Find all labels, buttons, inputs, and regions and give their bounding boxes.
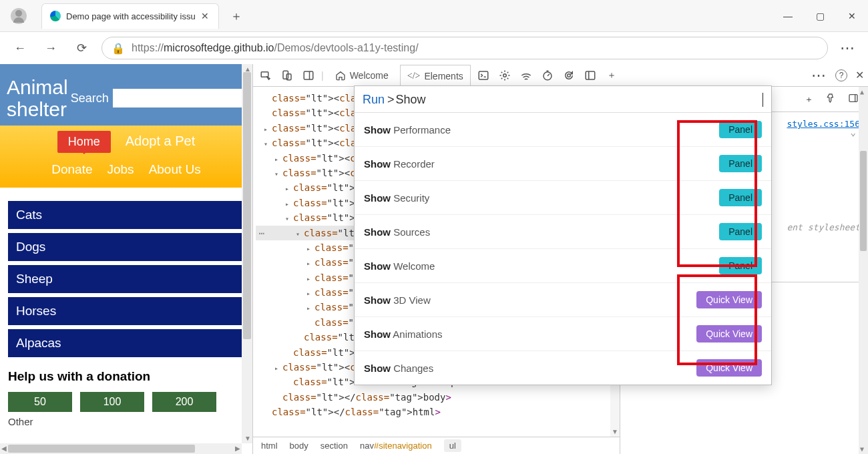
device-toggle-icon[interactable] (278, 67, 296, 84)
command-input[interactable] (396, 93, 763, 107)
command-run-label: Run (363, 93, 385, 107)
command-item[interactable]: Show PerformancePanel (355, 113, 771, 147)
back-button[interactable]: ← (9, 37, 31, 59)
maximize-button[interactable]: ▢ (804, 0, 836, 32)
command-badge: Quick View (696, 291, 762, 308)
forward-button[interactable]: → (40, 37, 61, 59)
dom-breadcrumbs[interactable]: html body section nav#sitenavigation ul (253, 437, 620, 454)
svg-rect-11 (849, 95, 857, 102)
donation-other[interactable]: Other (8, 416, 244, 427)
command-menu: Run > Show PerformancePanelShow Recorder… (354, 85, 772, 385)
console-icon[interactable] (475, 67, 492, 84)
nav-adopt[interactable]: Adopt a Pet (126, 131, 196, 153)
command-badge: Panel (719, 155, 762, 172)
svg-rect-5 (479, 71, 488, 79)
browser-toolbar: ← → ⟳ 🔒 https://microsoftedge.github.io/… (0, 32, 868, 64)
ua-stylesheet-label: ent stylesheet (787, 222, 860, 232)
svg-rect-9 (586, 71, 595, 79)
sidebar-item-horses[interactable]: Horses (8, 297, 244, 325)
command-badge: Panel (719, 257, 762, 274)
command-item[interactable]: Show ChangesQuick View (355, 351, 771, 385)
command-prompt: > (387, 93, 395, 107)
donation-heading: Help us with a donation (8, 369, 244, 384)
command-item[interactable]: Show AnimationsQuick View (355, 317, 771, 351)
donation-100[interactable]: 100 (80, 392, 144, 412)
command-badge: Quick View (696, 325, 762, 343)
command-item[interactable]: Show WelcomePanel (355, 249, 771, 283)
svg-point-6 (503, 73, 507, 77)
dom-line[interactable]: class="lt"></class="tag">html> (256, 405, 617, 419)
command-badge: Panel (719, 121, 762, 138)
close-devtools-button[interactable]: ✕ (855, 69, 864, 81)
search-label: Search (71, 91, 109, 105)
sidebar-list: Cats Dogs Sheep Horses Alpacas (0, 188, 252, 364)
sidebar-item-dogs[interactable]: Dogs (8, 233, 244, 261)
close-window-button[interactable]: ✕ (836, 0, 868, 32)
donation-50[interactable]: 50 (8, 392, 72, 412)
nav-home[interactable]: Home (57, 131, 111, 153)
minimize-button[interactable]: ― (772, 0, 804, 32)
browser-menu-button[interactable]: ⋯ (837, 37, 859, 59)
dock-icon[interactable] (300, 67, 317, 84)
page-vertical-scrollbar[interactable]: ▲ ▼ (242, 64, 252, 443)
close-icon[interactable]: ✕ (201, 11, 210, 21)
command-badge: Quick View (696, 359, 762, 377)
tab-elements[interactable]: </>Elements (400, 65, 471, 87)
inspect-icon[interactable] (257, 67, 274, 84)
network-icon[interactable] (517, 67, 535, 84)
svg-rect-3 (304, 71, 313, 79)
add-rule-icon[interactable]: ＋ (805, 93, 813, 105)
toggle-sidebar-icon[interactable] (848, 93, 859, 105)
svg-rect-1 (283, 71, 288, 79)
command-badge: Panel (719, 223, 762, 240)
page-horizontal-scrollbar[interactable]: ◀ ▶ (0, 443, 242, 454)
sidebar-item-sheep[interactable]: Sheep (8, 265, 244, 293)
tab-welcome[interactable]: Welcome (328, 64, 396, 87)
tab-title: Demo page with accessibility issu (66, 11, 196, 21)
dom-line[interactable]: class="lt"></class="tag">body> (256, 390, 617, 405)
nav-donate[interactable]: Donate (51, 160, 92, 180)
sidebar-item-alpacas[interactable]: Alpacas (8, 329, 244, 357)
search-input[interactable] (113, 89, 246, 107)
command-item[interactable]: Show SecurityPanel (355, 181, 771, 215)
page-viewport: Animalshelter Search Home Adopt a Pet Do… (0, 64, 252, 454)
help-icon[interactable]: ? (835, 69, 847, 81)
chevron-down-icon[interactable]: ⌄ (851, 127, 856, 138)
edge-icon (50, 11, 61, 21)
refresh-button[interactable]: ⟳ (71, 37, 92, 59)
sidebar-item-cats[interactable]: Cats (8, 201, 244, 229)
primary-nav: Home Adopt a Pet Donate Jobs About Us (0, 126, 252, 188)
command-item[interactable]: Show SourcesPanel (355, 215, 771, 249)
new-tab-button[interactable]: ＋ (226, 5, 247, 27)
pin-icon[interactable] (825, 93, 836, 105)
add-tab-button[interactable]: ＋ (603, 67, 620, 84)
nav-about[interactable]: About Us (149, 160, 201, 180)
svg-point-8 (568, 73, 571, 77)
donation-200[interactable]: 200 (152, 392, 216, 412)
nav-jobs[interactable]: Jobs (107, 160, 134, 180)
address-bar[interactable]: 🔒 https://microsoftedge.github.io/Demos/… (101, 37, 828, 59)
devtools-tabbar: | Welcome </>Elements ＋ ⋯ ? ✕ (253, 64, 868, 87)
command-item[interactable]: Show 3D ViewQuick View (355, 283, 771, 317)
performance-icon[interactable] (539, 67, 556, 84)
styles-scrollbar[interactable]: ▲▼ (859, 87, 868, 454)
devtools-menu-button[interactable]: ⋯ (811, 67, 827, 84)
command-badge: Panel (719, 189, 762, 206)
url-text: https://microsoftedge.github.io/Demos/de… (132, 42, 419, 54)
profile-avatar[interactable] (11, 8, 27, 24)
site-title: Animalshelter (7, 76, 68, 120)
memory-icon[interactable] (560, 67, 578, 84)
application-icon[interactable] (582, 67, 599, 84)
command-item[interactable]: Show RecorderPanel (355, 147, 771, 181)
sources-icon[interactable] (496, 67, 513, 84)
browser-titlebar: Demo page with accessibility issu ✕ ＋ ― … (0, 0, 868, 32)
browser-tab[interactable]: Demo page with accessibility issu ✕ (41, 3, 219, 29)
styles-source-link[interactable]: styles.css:156 (787, 119, 860, 129)
lock-icon: 🔒 (112, 42, 125, 55)
